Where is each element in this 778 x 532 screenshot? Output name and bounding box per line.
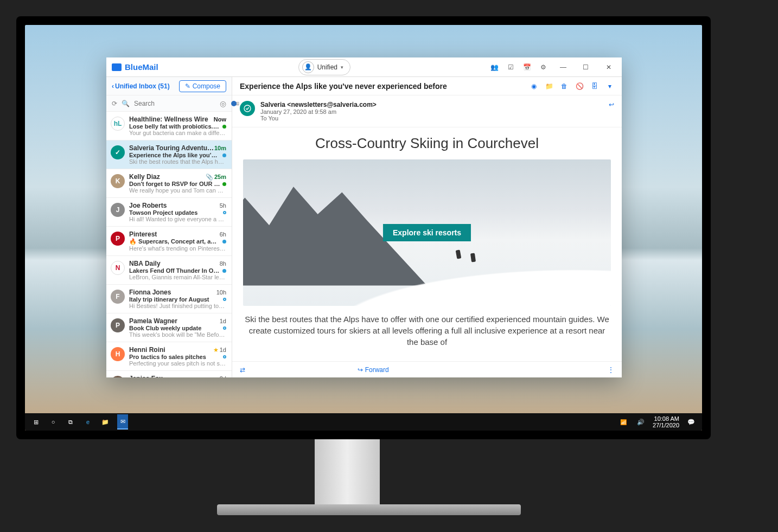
status-dot-icon — [222, 182, 226, 186]
email-list-item[interactable]: hLHealthline: Wellness WireNowLose belly… — [106, 112, 232, 140]
titlebar: BlueMail 👤 Unified ▾ 👥 ☑ 📅 ⚙ — ☐ ✕ — [106, 57, 622, 77]
calendar-icon[interactable]: 📅 — [523, 63, 532, 71]
email-list-item[interactable]: KKelly Diaz📎25mDon't forget to RSVP for … — [106, 169, 232, 198]
app-brand: BlueMail — [112, 62, 158, 72]
back-to-inbox[interactable]: ‹ Unified Inbox (51) — [112, 82, 170, 90]
email-time: 10h — [216, 289, 226, 296]
email-preview: Your gut bacteria can make a difference … — [129, 130, 226, 136]
archive-icon[interactable]: 🗄 — [590, 82, 599, 91]
email-list-item[interactable]: PPinterest6h🔥 Supercars, Concept art, an… — [106, 227, 232, 256]
email-preview: This week's book will be "Me Before You"… — [129, 331, 226, 338]
cortana-icon[interactable]: ○ — [48, 416, 59, 427]
email-list-item[interactable]: ✓Salveria Touring Adventures10mExperienc… — [106, 140, 232, 169]
share-icon[interactable]: ⇄ — [240, 366, 245, 374]
email-subject: Lakers Fend Off Thunder In Overtime; Tak… — [129, 267, 220, 274]
app-name: BlueMail — [125, 62, 158, 72]
email-preview: Here's what's trending on Pinterest EQ s… — [129, 245, 226, 252]
email-time: 2d — [220, 375, 226, 377]
mark-read-icon[interactable]: ◉ — [530, 82, 538, 91]
email-list-item[interactable]: HHenni Roini★1dPro tactics fo sales pitc… — [106, 342, 232, 371]
sender-name: Kelly Diaz — [129, 173, 160, 181]
email-list-item[interactable]: JJanice Fox2d — [106, 371, 232, 377]
email-list-item[interactable]: PPamela Wagner1dBook Club weekly updateT… — [106, 313, 232, 342]
sender-name: Henni Roini — [129, 346, 165, 354]
sync-icon[interactable]: ⟳ — [112, 100, 117, 107]
email-subject: Pro tactics fo sales pitches — [129, 354, 206, 360]
tasks-icon[interactable]: ☑ — [507, 63, 515, 71]
start-button[interactable]: ⊞ — [30, 416, 41, 427]
bluemail-taskbar-icon[interactable]: ✉ — [117, 414, 128, 430]
compose-button[interactable]: ✎ Compose — [179, 80, 226, 92]
search-input[interactable] — [134, 100, 215, 107]
clock-date: 27/1/2020 — [653, 422, 679, 428]
email-time: Now — [214, 116, 226, 123]
sender-avatar-icon: N — [111, 261, 125, 275]
forward-button[interactable]: ↪ Forward — [358, 366, 389, 374]
gear-icon[interactable]: ⚙ — [539, 63, 548, 71]
email-time: 10m — [214, 145, 226, 151]
window-maximize-button[interactable]: ☐ — [578, 63, 594, 71]
window-close-button[interactable]: ✕ — [601, 63, 616, 71]
people-icon[interactable]: 👥 — [490, 63, 499, 71]
status-dot-icon — [223, 211, 226, 214]
email-list-item[interactable]: FFionna Jones10hItaly trip itinerary for… — [106, 285, 232, 313]
delete-icon[interactable]: 🗑 — [560, 82, 569, 91]
email-subject: Towson Project updates — [129, 209, 197, 216]
status-dot-icon — [223, 355, 226, 358]
status-dot-icon — [223, 298, 226, 301]
hero-image: Explore ski resorts — [243, 159, 611, 306]
email-subject: 🔥 Supercars, Concept art, and more Pins… — [129, 238, 220, 245]
email-subject: Experience the Alps like you've never ex… — [129, 152, 220, 158]
filter-circle-icon[interactable]: ◎ — [220, 99, 226, 108]
pencil-icon: ✎ — [185, 82, 190, 90]
windows-taskbar: ⊞ ○ ⧉ e 📁 ✉ 📶 🔊 10:08 AM 27/1/2020 💬 — [25, 413, 702, 431]
forward-arrow-icon: ↪ — [358, 366, 363, 374]
clock-time: 10:08 AM — [653, 415, 679, 422]
compose-label: Compose — [193, 82, 220, 90]
bluemail-logo-icon — [112, 63, 122, 71]
status-dot-icon — [222, 153, 226, 157]
cta-button[interactable]: Explore ski resorts — [383, 224, 471, 241]
sent-date: January 27, 2020 at 9:58 am — [260, 108, 603, 115]
sender-avatar-icon: P — [111, 232, 125, 246]
window-minimize-button[interactable]: — — [556, 63, 571, 71]
email-list-item[interactable]: NNBA Daily8hLakers Fend Off Thunder In O… — [106, 256, 232, 285]
chevron-down-icon: ▾ — [341, 65, 343, 70]
forward-label: Forward — [365, 366, 389, 374]
email-subject: Lose belly fat with probiotics. Power wa… — [129, 123, 220, 130]
task-view-icon[interactable]: ⧉ — [65, 416, 76, 427]
spam-icon[interactable]: 🚫 — [575, 82, 584, 91]
reading-pane: Experience the Alps like you've never ex… — [232, 77, 622, 377]
star-icon: ★ — [213, 347, 219, 354]
sender-name-address: Salveria <newsletters@salveria.com> — [260, 101, 377, 108]
status-dot-icon — [222, 240, 226, 243]
wifi-icon[interactable]: 📶 — [618, 416, 629, 427]
email-subject: Book Club weekly update — [129, 325, 201, 331]
recipient-line: To You — [260, 115, 603, 121]
email-preview: Hi Besties! Just finished putting togeth… — [129, 303, 226, 309]
title-actions: 👥 ☑ 📅 ⚙ — ☐ ✕ — [490, 63, 616, 71]
system-clock[interactable]: 10:08 AM 27/1/2020 — [653, 415, 679, 428]
verified-icon — [243, 104, 252, 113]
more-chevron-icon[interactable]: ▾ — [605, 82, 614, 91]
account-picker-label: Unified — [317, 63, 337, 71]
move-folder-icon[interactable]: 📁 — [545, 82, 553, 91]
sender-avatar — [240, 101, 255, 116]
email-list-pane: ‹ Unified Inbox (51) ✎ Compose ⟳ 🔍 ◎ — [106, 77, 232, 377]
inbox-label: Unified Inbox (51) — [115, 82, 170, 90]
sender-avatar-icon: J — [111, 203, 125, 217]
sender-avatar-icon: P — [111, 318, 125, 332]
file-explorer-icon[interactable]: 📁 — [100, 416, 111, 427]
volume-icon[interactable]: 🔊 — [635, 416, 646, 427]
sender-name: Joe Roberts — [129, 202, 167, 209]
sender-name: NBA Daily — [129, 260, 161, 267]
email-time: 1d — [220, 318, 226, 324]
sender-name: Healthline: Wellness Wire — [129, 116, 208, 123]
more-vertical-icon[interactable]: ⋮ — [608, 366, 614, 374]
reply-icon[interactable]: ↩ — [609, 101, 614, 108]
email-list-item[interactable]: JJoe Roberts5hTowson Project updatesHi a… — [106, 198, 232, 227]
notifications-icon[interactable]: 💬 — [686, 416, 697, 427]
sender-name: Janice Fox — [129, 375, 163, 377]
account-picker[interactable]: 👤 Unified ▾ — [298, 59, 350, 75]
edge-icon[interactable]: e — [82, 416, 93, 427]
